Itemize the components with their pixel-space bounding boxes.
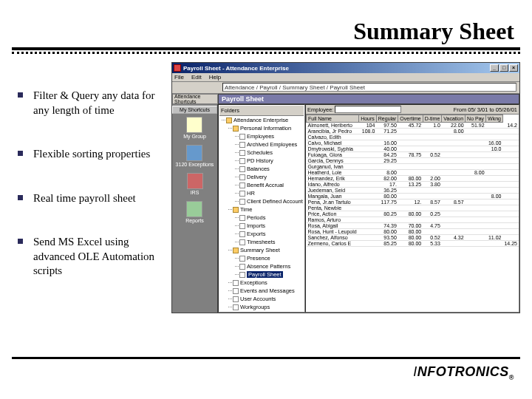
tree-leaf[interactable]: Employees [247, 133, 274, 140]
shortcut-item[interactable]: IRS [187, 173, 203, 195]
cell-value [486, 176, 503, 182]
tree-leaf[interactable]: PD History [247, 157, 273, 164]
cell-name: Rosa, Abigail [307, 223, 359, 229]
shortcut-item[interactable]: Reports [185, 201, 204, 223]
table-row[interactable]: Arancibia, Jr Pedro108.071.258.00 [307, 129, 519, 134]
tree-leaf[interactable]: Delivery [247, 174, 267, 180]
cell-value [359, 170, 377, 176]
tree-node[interactable]: Time [240, 206, 252, 213]
cell-value [502, 200, 519, 205]
date-range-label[interactable]: From 05/ 3/01 to 05/26/01 [454, 106, 517, 113]
cell-value [442, 158, 466, 164]
column-header[interactable]: Full Name [307, 115, 359, 123]
table-row[interactable]: Pena, Jr.an Tartulo117.7512.8.578.57 [307, 200, 519, 205]
tree-leaf[interactable]: User Accounts [240, 296, 276, 302]
tree-leaf[interactable]: Exports [247, 231, 265, 237]
cell-value: 80.00 [376, 194, 398, 200]
table-row[interactable]: Calvazo, Edith [307, 134, 519, 140]
folder-tree[interactable]: Attendance Enterprise Personal Informati… [219, 116, 304, 313]
cell-value [466, 211, 486, 217]
cell-value [359, 176, 377, 182]
table-row[interactable]: Zermeno, Carlos E85.2580.005.3314.25 [307, 241, 519, 247]
maximize-button[interactable]: □ [499, 64, 508, 72]
tree-leaf[interactable]: Exceptions [240, 279, 267, 286]
table-row[interactable]: Heatherd, Lole8.008.00 [307, 170, 519, 176]
tree-leaf[interactable]: Presence [247, 255, 270, 262]
table-row[interactable]: Price, Action80.2580.000.25 [307, 211, 519, 217]
tree-leaf[interactable]: Absence Patterns [247, 263, 290, 270]
cell-value: 3.80 [423, 182, 442, 188]
cell-value [442, 146, 466, 152]
tree-leaf[interactable]: Client Defined Account [247, 198, 303, 205]
shortcut-item[interactable]: My Group [183, 117, 206, 139]
cell-value [486, 134, 503, 140]
table-row[interactable]: Juedeman, Seid36.25 [307, 188, 519, 194]
bullet-text: Send MS Excel using advanced OLE Automat… [33, 235, 158, 279]
toolbar-up-button[interactable] [196, 83, 206, 92]
table-row[interactable]: Penta, Newbie [307, 205, 519, 211]
tree-leaf[interactable]: Timesheets [247, 239, 276, 245]
window-titlebar[interactable]: Payroll Sheet - Attendance Enterprise _ … [172, 63, 519, 73]
cell-value [442, 241, 466, 247]
menu-file[interactable]: File [174, 74, 184, 81]
shortcut-item[interactable]: 3120 Exceptions [176, 145, 214, 167]
toolbar-forward-button[interactable] [185, 83, 195, 92]
tree-leaf[interactable]: System Setup [240, 312, 275, 313]
table-row[interactable]: Ramos, Arturo [307, 217, 519, 223]
tree-leaf[interactable]: Events and Messages [240, 287, 295, 294]
column-header[interactable]: Regular [376, 115, 398, 123]
column-header[interactable]: Overtime [398, 115, 423, 123]
column-header[interactable]: No Pay [466, 115, 486, 123]
table-row[interactable]: Gurganud, Ivan [307, 164, 519, 170]
tree-leaf-selected[interactable]: Payroll Sheet [247, 271, 283, 278]
breadcrumb[interactable]: Attendance / Payroll / Summary Sheet / P… [222, 83, 516, 92]
cell-value [359, 134, 377, 140]
menu-edit[interactable]: Edit [191, 74, 202, 81]
column-header[interactable]: Vacation [442, 115, 466, 123]
table-row[interactable]: Mangala, Juan80.008.00 [307, 194, 519, 200]
menu-help[interactable]: Help [209, 74, 221, 81]
table-row[interactable]: Calvo, Michael16.0016.00 [307, 140, 519, 146]
cell-value [442, 170, 466, 176]
tree-leaf[interactable]: Balances [247, 166, 270, 172]
table-row[interactable]: Almonett, Heriberto10497.5045.721.022.00… [307, 123, 519, 129]
table-row[interactable]: Rosa, Hunt - Leupold80.0080.00 [307, 229, 519, 235]
table-row[interactable]: Rosa, Abigail74.3970.004.75 [307, 223, 519, 229]
tree-leaf[interactable]: Workgroups [240, 304, 270, 310]
table-row[interactable]: Hernandez, Erik82.0080.002.00 [307, 176, 519, 182]
employee-field[interactable] [335, 106, 401, 113]
tree-leaf[interactable]: HR [247, 190, 255, 197]
cell-value: 14.2 [502, 123, 519, 129]
table-row[interactable]: Fuioaga, Glora84.2578.750.52 [307, 152, 519, 158]
cell-value [466, 194, 486, 200]
cell-value: 82.00 [376, 176, 398, 182]
column-header[interactable]: Hours [359, 115, 377, 123]
cell-value: 17. [376, 182, 398, 188]
payroll-table[interactable]: Full NameHoursRegularOvertimeD-timeVacat… [306, 115, 519, 247]
table-row[interactable]: Garcia, Dennys29.25 [307, 158, 519, 164]
tree-root[interactable]: Attendance Enterprise [233, 117, 288, 123]
tree-leaf[interactable]: Imports [247, 222, 265, 229]
cell-name: Idano, Alfredo [307, 182, 359, 188]
cell-value [442, 164, 466, 170]
table-row[interactable]: Idano, Alfredo17.13.253.80 [307, 182, 519, 188]
cell-value [442, 134, 466, 140]
table-row[interactable]: Dmytrowski, Syphia40.0010.0 [307, 146, 519, 152]
tree-leaf[interactable]: Archived Employees [247, 141, 297, 148]
toolbar-back-button[interactable] [174, 83, 184, 92]
shortcuts-group[interactable]: My Shortcuts [172, 106, 217, 114]
tree-node[interactable]: Personal Information [240, 125, 291, 132]
tree-node[interactable]: Summary Sheet [240, 247, 280, 253]
tree-leaf[interactable]: Schedules [247, 149, 273, 156]
table-row[interactable]: Sanchez, Alfonso93.5080.000.524.3211.02 [307, 235, 519, 241]
cell-value [502, 194, 519, 200]
tree-leaf[interactable]: Periods [247, 214, 265, 221]
tree-leaf[interactable]: Benefit Accrual [247, 182, 284, 188]
bullet-text: Flexible sorting properties [33, 147, 158, 162]
cell-value [502, 146, 519, 152]
column-header[interactable]: D-time [423, 115, 442, 123]
column-header[interactable]: Wkng [486, 115, 503, 123]
close-button[interactable]: × [509, 64, 518, 72]
minimize-button[interactable]: _ [490, 64, 499, 72]
cell-value [466, 200, 486, 205]
